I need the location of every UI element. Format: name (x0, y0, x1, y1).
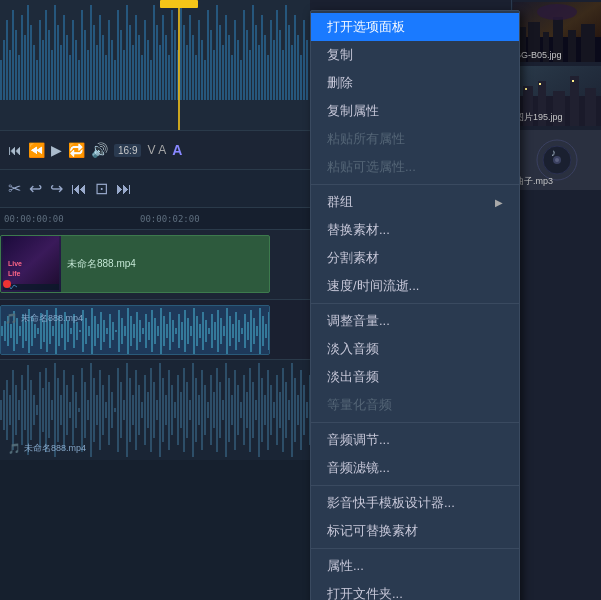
thumbnail-bg-b05[interactable]: BG-B05.jpg (513, 2, 601, 62)
thumbnail-pic195[interactable]: 图片195.jpg (513, 66, 601, 126)
svg-rect-70 (207, 10, 209, 100)
menu-separator (311, 422, 519, 423)
svg-rect-82 (243, 10, 245, 100)
menu-item-1[interactable]: 复制 (311, 41, 519, 69)
prev-clip-button[interactable]: ⏮ (71, 180, 87, 198)
svg-rect-218 (33, 395, 35, 425)
svg-rect-189 (220, 318, 222, 344)
menu-item-15: 等量化音频 (311, 391, 519, 419)
crop-button[interactable]: ⊡ (95, 179, 108, 198)
menu-item-7[interactable]: 群组▶ (311, 188, 519, 216)
svg-rect-224 (51, 400, 53, 420)
svg-rect-105 (160, 0, 198, 8)
menu-item-20[interactable]: 影音快手模板设计器... (311, 489, 519, 517)
svg-rect-281 (222, 400, 224, 420)
svg-rect-41 (120, 30, 122, 100)
svg-rect-276 (207, 402, 209, 418)
svg-rect-39 (114, 60, 116, 100)
menu-item-3[interactable]: 复制属性 (311, 97, 519, 125)
svg-rect-6 (15, 30, 17, 100)
menu-item-24[interactable]: 打开文件夹... (311, 580, 519, 600)
text-tool[interactable]: A (172, 142, 182, 158)
scissors-tool[interactable]: ✂ (8, 179, 21, 198)
svg-rect-266 (177, 375, 179, 445)
svg-rect-205 (268, 312, 270, 350)
svg-rect-185 (208, 328, 210, 334)
svg-rect-139 (70, 328, 72, 334)
svg-rect-93 (276, 10, 278, 100)
svg-rect-69 (204, 60, 206, 100)
svg-rect-188 (217, 310, 219, 352)
svg-rect-45 (132, 45, 134, 100)
svg-rect-197 (244, 314, 246, 348)
menu-item-label: 音频滤镜... (327, 459, 390, 477)
audio-clip[interactable]: 🎵 未命名888.mp4 (0, 305, 270, 355)
svg-rect-58 (171, 10, 173, 100)
menu-item-2[interactable]: 删除 (311, 69, 519, 97)
svg-rect-128 (37, 328, 39, 334)
svg-rect-80 (237, 40, 239, 100)
audio-icon: 🎵 (5, 313, 17, 324)
svg-rect-204 (265, 324, 267, 338)
svg-rect-85 (252, 5, 254, 100)
svg-rect-53 (156, 25, 158, 100)
play-button[interactable]: ▶ (51, 142, 62, 158)
menu-item-23[interactable]: 属性... (311, 552, 519, 580)
menu-item-10[interactable]: 速度/时间流逝... (311, 272, 519, 300)
svg-rect-89 (264, 35, 266, 100)
svg-rect-251 (132, 395, 134, 425)
svg-rect-25 (72, 20, 74, 100)
svg-rect-101 (300, 55, 302, 100)
undo-button[interactable]: ↩ (29, 179, 42, 198)
svg-rect-258 (153, 382, 155, 438)
svg-rect-54 (159, 45, 161, 100)
svg-rect-283 (228, 378, 230, 442)
svg-rect-157 (124, 326, 126, 336)
menu-item-13[interactable]: 淡入音频 (311, 335, 519, 363)
menu-item-12[interactable]: 调整音量... (311, 307, 519, 335)
menu-item-label: 调整音量... (327, 312, 390, 330)
menu-item-9[interactable]: 分割素材 (311, 244, 519, 272)
svg-rect-207 (0, 400, 2, 420)
svg-rect-212 (15, 385, 17, 435)
go-start-button[interactable]: ⏮ (8, 142, 22, 158)
menu-item-21[interactable]: 标记可替换素材 (311, 517, 519, 545)
svg-rect-279 (216, 368, 218, 452)
thumbnail-music[interactable]: ♪ 曲子.mp3 (513, 130, 601, 190)
svg-rect-217 (30, 380, 32, 440)
svg-rect-234 (81, 368, 83, 452)
menu-item-17[interactable]: 音频调节... (311, 426, 519, 454)
menu-item-label: 标记可替换素材 (327, 522, 418, 540)
svg-rect-187 (214, 322, 216, 340)
aspect-ratio[interactable]: 16:9 (114, 144, 141, 157)
svg-rect-152 (109, 314, 111, 348)
menu-item-8[interactable]: 替换素材... (311, 216, 519, 244)
svg-rect-9 (24, 35, 26, 100)
menu-item-14[interactable]: 淡出音频 (311, 363, 519, 391)
svg-rect-308 (303, 385, 305, 435)
next-clip-button[interactable]: ⏭ (116, 180, 132, 198)
clip-name: 未命名888.mp4 (61, 257, 142, 271)
redo-button[interactable]: ↪ (50, 179, 63, 198)
svg-rect-396 (539, 83, 541, 85)
svg-rect-14 (39, 20, 41, 100)
volume-button[interactable]: 🔊 (91, 142, 108, 158)
thumbnail-pic195-label: 图片195.jpg (515, 111, 599, 124)
svg-rect-20 (57, 25, 59, 100)
va-label: V A (147, 143, 166, 157)
menu-separator (311, 548, 519, 549)
svg-rect-35 (102, 35, 104, 100)
prev-frame-button[interactable]: ⏪ (28, 142, 45, 158)
svg-rect-49 (144, 20, 146, 100)
ruler-mark-0: 00:00:00:00 (4, 214, 64, 224)
menu-item-5: 粘贴可选属性... (311, 153, 519, 181)
menu-item-0[interactable]: 打开选项面板 (311, 13, 519, 41)
svg-rect-395 (525, 88, 527, 90)
svg-rect-98 (291, 45, 293, 100)
video-clip[interactable]: Live Life 未命名888.mp4 (0, 235, 270, 293)
menu-item-18[interactable]: 音频滤镜... (311, 454, 519, 482)
svg-rect-136 (61, 324, 63, 338)
svg-rect-66 (195, 55, 197, 100)
loop-button[interactable]: 🔁 (68, 142, 85, 158)
svg-rect-267 (180, 392, 182, 428)
